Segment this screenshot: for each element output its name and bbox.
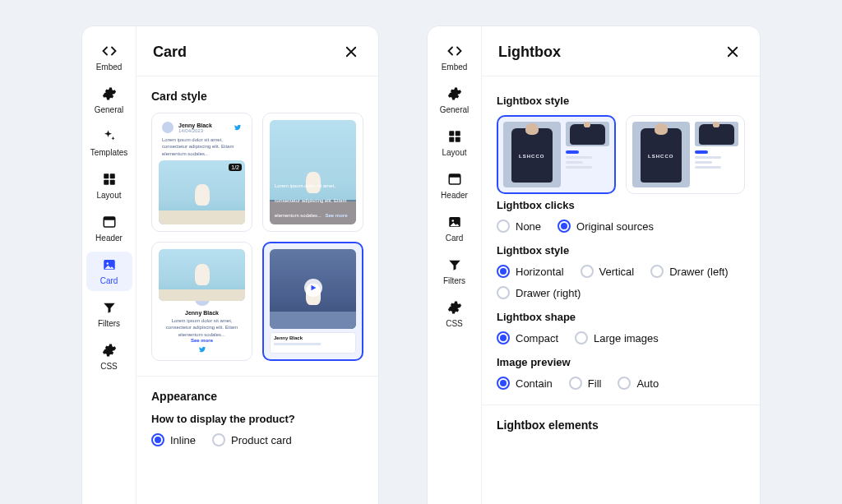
radio-compact[interactable]: Compact — [497, 331, 558, 344]
lightbox-thumb-side — [695, 122, 738, 187]
radio-inline[interactable]: Inline — [151, 433, 196, 446]
radio-contain[interactable]: Contain — [497, 377, 553, 390]
sidebar-item-label: Card — [446, 234, 464, 243]
radio-label: Compact — [516, 332, 558, 344]
sidebar-item-header[interactable]: Header — [86, 209, 132, 248]
close-button[interactable] — [722, 41, 743, 62]
radio-dot-icon — [618, 377, 631, 390]
sidebar-item-label: Embed — [442, 62, 468, 72]
sidebar-item-templates[interactable]: Templates — [86, 123, 132, 163]
lightbox-thumb-image: LSHCCO — [503, 122, 561, 187]
card-style-option-post[interactable]: Jenny Black 14/04/2023 Lorem ipsum dolor… — [151, 113, 252, 232]
sidebar: Embed General Templates Layout Header — [82, 26, 136, 504]
sample-text: Lorem ipsum dolor sit amet, consectetur … — [159, 316, 245, 338]
section-title-card-style: Card style — [151, 90, 363, 103]
radio-vertical[interactable]: Vertical — [581, 265, 635, 278]
section-title-lightbox-clicks: Lightbox clicks — [497, 199, 745, 211]
radio-dot-icon — [497, 331, 510, 344]
panel-header: Lightbox — [482, 26, 760, 76]
sidebar-item-label: CSS — [446, 319, 463, 328]
radio-large-images[interactable]: Large images — [575, 331, 659, 344]
radio-product-card[interactable]: Product card — [212, 433, 292, 446]
radio-group-preview: Contain Fill Auto — [497, 377, 745, 390]
radio-clicks-original[interactable]: Original sources — [557, 220, 654, 233]
section-title-image-preview: Image preview — [497, 356, 745, 368]
svg-rect-8 — [449, 131, 454, 136]
panel-title: Card — [153, 44, 187, 61]
image-counter-badge: 1/2 — [229, 164, 242, 171]
sidebar-item-label: Filters — [98, 319, 120, 328]
avatar — [162, 122, 173, 133]
radio-group-clicks: None Original sources — [497, 220, 745, 233]
radio-clicks-none[interactable]: None — [497, 220, 541, 233]
panel-header: Card — [136, 26, 378, 76]
card-style-option-overlay[interactable]: Lorem ipsum dolor sit amet, consectetur … — [262, 113, 363, 232]
sample-video-thumb — [270, 249, 356, 329]
lightbox-thumb-image: LSHCCO — [632, 122, 690, 187]
sidebar-item-general[interactable]: General — [86, 81, 132, 120]
sidebar-item-embed[interactable]: Embed — [86, 38, 132, 77]
sidebar-item-filters[interactable]: Filters — [432, 252, 478, 291]
twitter-icon — [234, 123, 242, 132]
radio-group-shape: Compact Large images — [497, 331, 745, 344]
radio-label: Product card — [231, 434, 292, 446]
sidebar-item-label: General — [440, 105, 470, 114]
sidebar-item-label: Embed — [96, 62, 123, 72]
card-style-option-profile[interactable]: Jenny Black Lorem ipsum dolor sit amet, … — [151, 242, 252, 361]
section-title-lightbox-style: Lightbox style — [497, 95, 745, 107]
sidebar-item-label: Header — [95, 234, 123, 243]
code-icon — [101, 43, 118, 59]
sidebar-item-filters[interactable]: Filters — [86, 294, 132, 334]
sidebar-item-layout[interactable]: Layout — [86, 166, 132, 206]
lightbox-style-option-2[interactable]: LSHCCO — [626, 115, 745, 194]
panel-title: Lightbox — [498, 44, 561, 61]
lightbox-style-option-1[interactable]: LSHCCO — [497, 115, 616, 194]
sidebar-item-css[interactable]: CSS — [86, 337, 132, 377]
sidebar-item-card[interactable]: Card — [432, 209, 478, 248]
sidebar-item-embed[interactable]: Embed — [432, 38, 478, 77]
section-title-lightbox-shape: Lightbox shape — [497, 311, 745, 323]
radio-label: Auto — [636, 377, 659, 390]
radio-auto[interactable]: Auto — [618, 377, 659, 390]
radio-label: Contain — [516, 377, 553, 390]
svg-rect-10 — [449, 137, 454, 142]
sidebar-item-layout[interactable]: Layout — [432, 123, 478, 163]
section-title-lightbox-orientation: Lightbox style — [497, 244, 745, 257]
sample-author: Jenny Black — [185, 310, 219, 316]
radio-label: Vertical — [599, 266, 635, 278]
radio-drawer-right[interactable]: Drawer (right) — [497, 286, 581, 299]
svg-rect-3 — [109, 180, 114, 185]
sidebar-item-label: Header — [441, 191, 468, 200]
sidebar-item-label: Layout — [442, 148, 466, 157]
radio-group-orientation: Horizontal Vertical Drawer (left) Drawer… — [497, 265, 745, 299]
radio-label: Drawer (left) — [669, 266, 729, 278]
grid-icon — [101, 171, 118, 187]
gear-icon — [446, 299, 463, 316]
radio-fill[interactable]: Fill — [569, 377, 602, 390]
sidebar-item-header[interactable]: Header — [432, 166, 478, 206]
sidebar-item-card[interactable]: Card — [86, 252, 132, 291]
card-style-option-video[interactable]: Jenny Black — [262, 242, 363, 361]
code-icon — [446, 43, 463, 59]
radio-group-display-product: Inline Product card — [151, 433, 363, 446]
radio-dot-icon — [497, 286, 510, 299]
radio-label: None — [516, 220, 541, 233]
radio-drawer-left[interactable]: Drawer (left) — [650, 265, 729, 278]
sidebar-item-general[interactable]: General — [432, 81, 478, 120]
svg-rect-13 — [449, 174, 460, 178]
sample-image — [159, 249, 245, 301]
radio-dot-icon — [151, 433, 164, 446]
gear-icon — [446, 86, 463, 102]
lightbox-style-grid: LSHCCO LSHCCO — [497, 115, 745, 194]
svg-rect-11 — [455, 137, 460, 142]
sidebar-item-css[interactable]: CSS — [432, 294, 478, 334]
sparkles-icon — [101, 128, 118, 145]
funnel-icon — [446, 257, 463, 273]
twitter-icon — [198, 345, 206, 354]
header-icon — [446, 171, 463, 187]
radio-horizontal[interactable]: Horizontal — [497, 265, 564, 278]
sidebar-item-label: Templates — [90, 148, 128, 157]
panel-lightbox-content: Lightbox style LSHCCO LSHCCO — [482, 76, 760, 504]
radio-dot-icon — [557, 220, 571, 233]
close-button[interactable] — [340, 41, 362, 62]
